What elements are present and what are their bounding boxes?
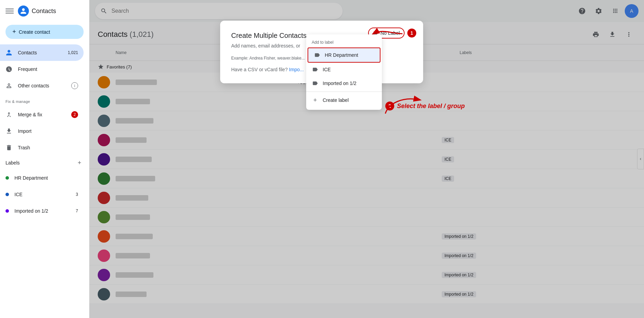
add-label-button[interactable]: + — [75, 159, 84, 167]
dropdown-item-hr[interactable]: HR Department — [308, 47, 380, 63]
dropdown-item-imported-label: Imported on 1/2 — [323, 81, 356, 86]
annotation-1-container: 1 — [407, 29, 416, 38]
sidebar-item-other-contacts[interactable]: Other contacts i — [0, 77, 84, 94]
ice-label-dot — [6, 193, 9, 196]
sidebar-item-frequent[interactable]: Frequent — [0, 61, 84, 77]
person-outline-icon — [6, 82, 12, 89]
sidebar-item-contacts[interactable]: Contacts 1,021 — [0, 44, 84, 61]
label-tag-icon-ice — [312, 66, 319, 73]
other-contacts-info-icon: i — [71, 82, 78, 89]
dropdown-item-ice-label: ICE — [323, 67, 331, 72]
plus-icon: + — [12, 28, 16, 35]
create-contact-label: Create contact — [19, 29, 50, 35]
sidebar: Contacts + Create contact Contacts 1,021… — [0, 0, 89, 318]
fix-section-header: Fix & manage — [0, 94, 89, 106]
sidebar-item-hr-department[interactable]: HR Department — [0, 170, 84, 186]
plus-icon: + — [312, 97, 319, 104]
import-icon — [6, 128, 12, 135]
imported-label-count: 7 — [76, 209, 78, 213]
labels-header: Labels + — [0, 156, 89, 170]
annotation-1-badge: 1 — [407, 29, 416, 38]
dropdown-item-imported[interactable]: Imported on 1/2 — [306, 76, 382, 90]
trash-icon — [6, 144, 12, 151]
main-content: A Contacts (1,021) Name Email P — [89, 0, 644, 318]
imported-label-dot — [6, 209, 9, 213]
modal-overlay: Create Multiple Contacts Add names, emai… — [89, 0, 644, 318]
import-nav-label: Import — [18, 128, 32, 134]
person-icon — [6, 49, 12, 56]
merge-nav-label: Merge & fix — [18, 112, 42, 117]
annotation-2-text: Select the label / group — [397, 103, 465, 110]
label-dropdown: Add to label HR Department ICE Imported … — [306, 34, 382, 110]
hr-label-text: HR Department — [14, 175, 48, 181]
sidebar-item-import[interactable]: Import — [0, 123, 84, 139]
ice-label-count: 3 — [76, 192, 78, 197]
label-tag-icon-imported — [312, 80, 319, 87]
imported-label-text: Imported on 1/2 — [14, 208, 48, 214]
merge-icon — [6, 111, 12, 118]
label-tag-icon — [314, 52, 321, 59]
frequent-nav-label: Frequent — [18, 66, 37, 72]
contacts-nav-label: Contacts — [18, 50, 37, 55]
merge-badge: 2 — [71, 111, 78, 118]
clock-icon — [6, 66, 12, 73]
annotation-2-container: 2 Select the label / group — [385, 102, 465, 110]
dropdown-header: Add to label — [306, 37, 382, 47]
other-contacts-nav-label: Other contacts — [18, 83, 49, 88]
logo-icon — [18, 6, 29, 17]
sidebar-item-ice[interactable]: ICE 3 — [0, 186, 84, 203]
create-label-text: Create label — [323, 97, 349, 103]
sidebar-header: Contacts — [0, 0, 89, 22]
labels-title: Labels — [6, 160, 75, 166]
import-link[interactable]: Impo... — [289, 67, 304, 72]
app-name: Contacts — [32, 8, 56, 15]
app-logo: Contacts — [18, 6, 56, 17]
annotation-2-badge: 2 — [385, 102, 394, 110]
trash-nav-label: Trash — [18, 145, 30, 150]
dropdown-item-hr-label: HR Department — [325, 52, 358, 58]
contacts-badge: 1,021 — [68, 50, 78, 55]
sidebar-item-trash[interactable]: Trash — [0, 139, 84, 156]
sidebar-item-imported[interactable]: Imported on 1/2 7 — [0, 203, 84, 219]
create-label-item[interactable]: + Create label — [306, 93, 382, 107]
sidebar-item-merge[interactable]: Merge & fix 2 — [0, 106, 84, 123]
create-contact-button[interactable]: + Create contact — [6, 25, 84, 39]
hamburger-icon[interactable] — [6, 7, 14, 15]
hr-label-dot — [6, 176, 9, 180]
dropdown-item-ice[interactable]: ICE — [306, 63, 382, 76]
ice-label-text: ICE — [14, 192, 22, 197]
